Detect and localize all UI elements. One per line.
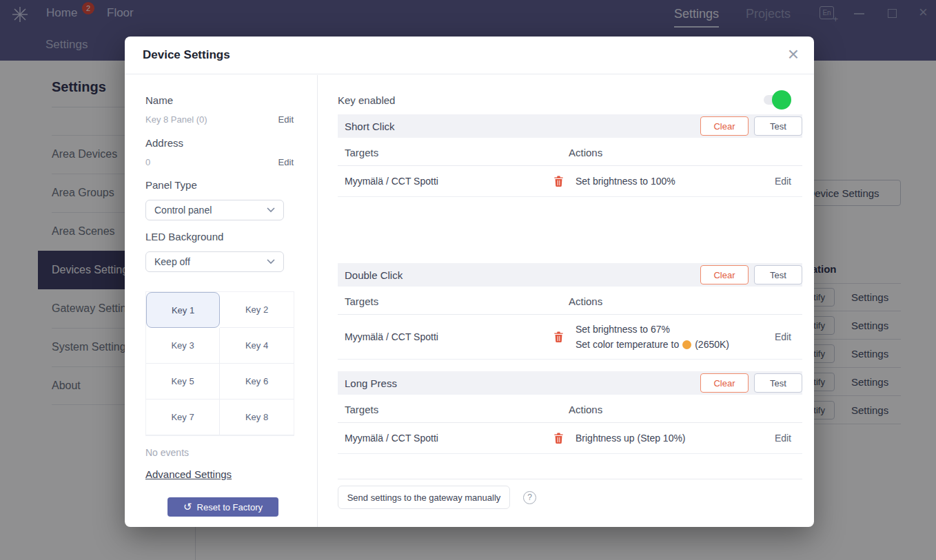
section-header-bar: Long Press Clear Test [338, 371, 802, 395]
modal-header: Device Settings [125, 37, 814, 74]
key-button[interactable]: Key 4 [220, 328, 294, 364]
toggle-knob [772, 90, 791, 110]
chevron-down-icon [267, 207, 275, 213]
close-icon[interactable]: × [788, 45, 799, 64]
target-name: Myymälä / CCT Spotti [345, 176, 438, 187]
key-button[interactable]: Key 8 [220, 400, 294, 435]
address-value: 0 [145, 157, 150, 167]
target-name: Myymälä / CCT Spotti [345, 433, 438, 444]
send-settings-button[interactable]: Send settings to the gateway manually [338, 486, 510, 509]
double-click-section: Double Click Clear Test Targets Actions … [338, 263, 802, 360]
device-settings-modal: Device Settings × Name Key 8 Panel (0) E… [125, 37, 814, 527]
address-edit-link[interactable]: Edit [278, 157, 294, 167]
key-button[interactable]: Key 3 [146, 328, 220, 364]
key-button[interactable]: Key 5 [146, 364, 220, 400]
address-label: Address [145, 137, 294, 149]
chevron-down-icon [267, 259, 275, 265]
modal-title: Device Settings [143, 48, 230, 62]
no-events-text: No events [145, 447, 294, 459]
send-row: Send settings to the gateway manually ? [338, 479, 802, 509]
target-name: Myymälä / CCT Spotti [345, 331, 438, 342]
columns-header: Targets Actions [338, 147, 802, 166]
test-button[interactable]: Test [754, 265, 802, 284]
test-button[interactable]: Test [754, 116, 802, 136]
led-background-value: Keep off [154, 256, 190, 267]
columns-header: Targets Actions [338, 404, 802, 423]
panel-type-select[interactable]: Control panel [145, 200, 284, 220]
key-grid: Key 1Key 2Key 3Key 4Key 5Key 6Key 7Key 8 [145, 291, 294, 436]
action-list: Brightness up (Step 10%) [576, 431, 686, 446]
action-list: Set brightness to 67%Set color temperatu… [576, 322, 729, 352]
edit-link[interactable]: Edit [775, 176, 791, 187]
delete-icon[interactable] [553, 176, 564, 187]
name-edit-link[interactable]: Edit [278, 114, 294, 125]
test-button[interactable]: Test [754, 373, 802, 393]
section-header-bar: Double Click Clear Test [338, 263, 802, 287]
reset-button-label: Reset to Factory [197, 502, 263, 512]
key-events-panel: Key enabled Short Click Clear Test Targe… [318, 75, 814, 527]
targets-header: Targets [338, 404, 569, 415]
section-title: Double Click [345, 269, 403, 281]
panel-type-label: Panel Type [145, 179, 294, 191]
reset-to-factory-button[interactable]: ↺ Reset to Factory [167, 497, 278, 517]
short-click-section: Short Click Clear Test Targets Actions M… [338, 114, 802, 197]
clear-button[interactable]: Clear [700, 116, 749, 136]
section-header-bar: Short Click Clear Test [338, 114, 802, 138]
clear-button[interactable]: Clear [700, 373, 749, 393]
led-background-label: LED Background [145, 231, 294, 243]
delete-icon[interactable] [553, 331, 564, 342]
targets-header: Targets [338, 295, 569, 307]
clear-button[interactable]: Clear [700, 265, 749, 284]
delete-icon[interactable] [553, 433, 564, 444]
advanced-settings-link[interactable]: Advanced Settings [145, 468, 232, 480]
target-action-row: Myymälä / CCT Spotti Brightness up (Step… [338, 423, 802, 454]
actions-header: Actions [569, 295, 602, 307]
section-title: Long Press [345, 377, 397, 389]
led-background-select[interactable]: Keep off [145, 251, 284, 272]
columns-header: Targets Actions [338, 295, 802, 315]
section-title: Short Click [345, 121, 395, 132]
key-button[interactable]: Key 2 [220, 292, 294, 328]
edit-link[interactable]: Edit [775, 331, 791, 342]
target-action-row: Myymälä / CCT Spotti Set brightness to 1… [338, 166, 802, 197]
key-enabled-toggle[interactable] [764, 90, 790, 110]
panel-type-value: Control panel [154, 205, 212, 216]
name-label: Name [145, 94, 294, 107]
action-list: Set brightness to 100% [576, 174, 675, 189]
long-press-section: Long Press Clear Test Targets Actions My… [338, 371, 802, 454]
actions-header: Actions [569, 147, 602, 158]
targets-header: Targets [338, 147, 569, 158]
actions-header: Actions [569, 404, 602, 415]
name-value: Key 8 Panel (0) [145, 114, 207, 125]
target-action-row: Myymälä / CCT Spotti Set brightness to 6… [338, 315, 802, 360]
event-sections: Short Click Clear Test Targets Actions M… [338, 114, 802, 454]
device-properties-panel: Name Key 8 Panel (0) Edit Address 0 Edit… [125, 75, 318, 527]
app-window: Home 2 Floor Settings Settings Projects … [0, 0, 936, 560]
reset-icon: ↺ [183, 501, 192, 513]
key-button[interactable]: Key 6 [220, 364, 294, 400]
key-button[interactable]: Key 7 [146, 400, 220, 435]
edit-link[interactable]: Edit [775, 433, 791, 444]
help-icon[interactable]: ? [523, 491, 536, 504]
key-button[interactable]: Key 1 [146, 292, 220, 328]
key-enabled-label: Key enabled [338, 94, 395, 106]
color-temperature-swatch [682, 340, 691, 349]
